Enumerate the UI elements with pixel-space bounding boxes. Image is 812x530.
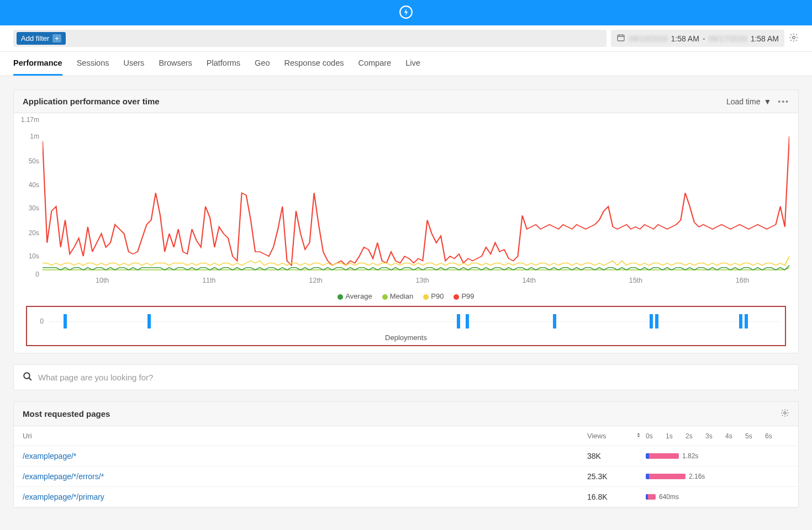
chart-legend: AverageMedianP90P99 [23, 289, 789, 306]
deployment-marker[interactable] [147, 314, 151, 328]
tab-geo[interactable]: Geo [255, 52, 270, 76]
legend-item[interactable]: P90 [423, 292, 444, 300]
tab-compare[interactable]: Compare [358, 52, 392, 76]
page-uri-link[interactable]: /examplepage/* [23, 452, 76, 460]
legend-item[interactable]: Average [338, 292, 372, 300]
tab-sessions[interactable]: Sessions [77, 52, 109, 76]
scale-tick: 5s [745, 432, 765, 440]
x-tick-label: 14th [523, 277, 536, 284]
date-sep: - [703, 34, 705, 43]
y-tick-label: 1.17m [21, 116, 39, 124]
views-value: 25.3K [587, 472, 631, 481]
views-value: 38K [587, 452, 631, 460]
legend-item[interactable]: Median [382, 292, 414, 300]
legend-item[interactable]: P99 [454, 292, 474, 300]
table-row: /examplepage/*38K1.82s [14, 446, 798, 467]
x-tick-label: 10th [96, 277, 109, 284]
svg-point-2 [793, 36, 795, 39]
table-row: /examplepage/*/primary16.8K640ms [14, 487, 798, 507]
deployment-marker[interactable] [64, 314, 67, 328]
more-icon[interactable]: ••• [778, 97, 789, 106]
time-label: 1.82s [682, 452, 698, 460]
time-label: 2.16s [689, 473, 705, 480]
page-uri-link[interactable]: /examplepage/*/primary [23, 492, 104, 501]
x-tick-label: 12th [309, 277, 322, 284]
sort-icon[interactable] [631, 432, 646, 440]
deployments-section: 0 Deployments [26, 306, 786, 346]
pages-panel-title: Most requested pages [23, 409, 110, 418]
date-range-picker[interactable]: 09/10/2020 1:58 AM - 09/17/2020 1:58 AM [611, 30, 784, 47]
views-value: 16.8K [587, 492, 631, 501]
scale-tick: 3s [705, 432, 725, 440]
lightning-icon [399, 5, 413, 21]
scale-tick: 0s [646, 432, 666, 440]
tab-response-codes[interactable]: Response codes [284, 52, 344, 76]
x-tick-label: 11th [202, 277, 215, 284]
deployment-marker[interactable] [466, 314, 469, 328]
time-bar: 2.16s [646, 473, 789, 480]
page-search-input[interactable] [38, 373, 789, 382]
time-bar: 1.82s [646, 452, 789, 460]
tab-users[interactable]: Users [124, 52, 145, 76]
time-end: 1:58 AM [751, 34, 779, 43]
tabs-bar: PerformanceSessionsUsersBrowsersPlatform… [0, 52, 812, 76]
tab-browsers[interactable]: Browsers [159, 52, 192, 76]
performance-panel: Application performance over time Load t… [13, 89, 799, 353]
app-header [0, 0, 812, 25]
time-bar: 640ms [646, 493, 789, 501]
svg-point-4 [784, 412, 786, 414]
date-start: 09/10/2020 [629, 34, 667, 43]
deployments-label: Deployments [33, 331, 779, 342]
y-tick-label: 0 [35, 271, 39, 278]
search-icon [23, 372, 33, 383]
deployments-track[interactable]: 0 [49, 311, 779, 331]
svg-point-3 [24, 373, 30, 379]
tab-performance[interactable]: Performance [13, 52, 62, 76]
page-search-panel [13, 364, 799, 390]
pages-table-header: Uri Views 0s1s2s3s4s5s6s [14, 426, 798, 446]
deployment-marker[interactable] [745, 314, 748, 328]
plus-icon: + [52, 34, 61, 43]
filter-box[interactable]: Add filter + [13, 30, 607, 47]
col-uri-header[interactable]: Uri [23, 432, 587, 440]
tab-platforms[interactable]: Platforms [207, 52, 240, 76]
y-tick-label: 20s [29, 229, 39, 237]
filter-bar: Add filter + 09/10/2020 1:58 AM - 09/17/… [0, 25, 812, 52]
metric-selector[interactable]: Load time ▼ [726, 97, 771, 106]
performance-panel-head: Application performance over time Load t… [14, 90, 798, 113]
date-end: 09/17/2020 [709, 34, 747, 43]
svg-rect-1 [618, 35, 624, 41]
y-tick-label: 30s [29, 204, 39, 212]
tab-live[interactable]: Live [405, 52, 420, 76]
scale-tick: 6s [765, 432, 785, 440]
performance-panel-title: Application performance over time [23, 97, 160, 106]
chevron-down-icon: ▼ [763, 97, 771, 106]
x-tick-label: 16th [736, 277, 749, 284]
scale-tick: 1s [666, 432, 686, 440]
chart-area: 1.17m1m50s40s30s20s10s0 10th11th12th13th… [14, 113, 798, 353]
calendar-icon [616, 33, 625, 44]
add-filter-button[interactable]: Add filter + [17, 32, 66, 45]
gear-icon[interactable] [789, 33, 799, 44]
col-views-header[interactable]: Views [587, 432, 631, 440]
time-scale-header: 0s1s2s3s4s5s6s [646, 432, 789, 440]
time-label: 640ms [659, 493, 679, 501]
deployments-zero-label: 0 [40, 317, 44, 325]
deployment-marker[interactable] [457, 314, 460, 328]
deployment-marker[interactable] [655, 314, 658, 328]
deployment-marker[interactable] [553, 314, 556, 328]
pages-panel-head: Most requested pages [14, 402, 798, 426]
line-chart[interactable]: 1.17m1m50s40s30s20s10s0 [43, 120, 789, 274]
gear-icon[interactable] [781, 409, 789, 419]
table-row: /examplepage/*/errors/*25.3K2.16s [14, 467, 798, 487]
x-tick-label: 15th [629, 277, 642, 284]
scale-tick: 2s [686, 432, 705, 440]
deployment-marker[interactable] [650, 314, 653, 328]
page-uri-link[interactable]: /examplepage/*/errors/* [23, 472, 104, 481]
time-start: 1:58 AM [671, 34, 699, 43]
metric-selector-label: Load time [726, 97, 760, 106]
x-tick-label: 13th [415, 277, 429, 284]
deployment-marker[interactable] [739, 314, 742, 328]
y-tick-label: 10s [29, 252, 39, 260]
pages-panel: Most requested pages Uri Views 0s1s2s3s4… [13, 401, 799, 508]
